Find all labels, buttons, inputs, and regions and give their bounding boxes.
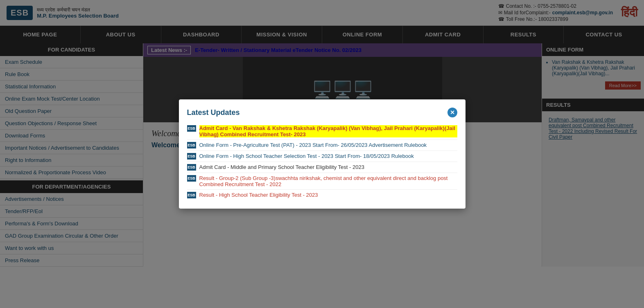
modal-header: Latest Updates ✕ <box>187 108 457 117</box>
modal-list-item[interactable]: ESBResult - High School Teacher Eligibil… <box>187 190 457 200</box>
modal-list-item[interactable]: ESBAdmit Card - Middle and Primary Schoo… <box>187 162 457 173</box>
modal-item-icon: ESB <box>187 192 196 198</box>
modal-list-item[interactable]: ESBOnline Form - High School Teacher Sel… <box>187 151 457 162</box>
modal-list-item[interactable]: ESBOnline Form - Pre-Agriculture Test (P… <box>187 140 457 151</box>
modal-list-item[interactable]: ESBResult - Group-2 (Sub Group -3)swachh… <box>187 173 457 190</box>
modal-close-button[interactable]: ✕ <box>447 108 457 117</box>
modal-item-text: Online Form - Pre-Agriculture Test (PAT)… <box>199 142 427 148</box>
modal-item-text: Online Form - High School Teacher Select… <box>199 153 414 159</box>
modal-item-icon: ESB <box>187 142 196 148</box>
modal-item-text: Admit Card - Van Rakshak & Kshetra Raksh… <box>199 125 457 137</box>
modal-overlay[interactable]: Latest Updates ✕ ESBAdmit Card - Van Rak… <box>0 0 644 267</box>
modal-list-item[interactable]: ESBAdmit Card - Van Rakshak & Kshetra Ra… <box>187 123 457 140</box>
modal-item-icon: ESB <box>187 175 196 182</box>
modal-item-icon: ESB <box>187 164 196 171</box>
latest-updates-modal: Latest Updates ✕ ESBAdmit Card - Van Rak… <box>179 99 465 209</box>
modal-item-icon: ESB <box>187 125 196 132</box>
modal-items-list: ESBAdmit Card - Van Rakshak & Kshetra Ra… <box>187 123 457 200</box>
modal-item-text: Result - Group-2 (Sub Group -3)swachhta … <box>199 175 457 187</box>
modal-title: Latest Updates <box>187 108 240 117</box>
modal-item-text: Result - High School Teacher Eligibility… <box>199 192 318 198</box>
modal-item-text: Admit Card - Middle and Primary School T… <box>199 164 364 170</box>
modal-item-icon: ESB <box>187 153 196 160</box>
